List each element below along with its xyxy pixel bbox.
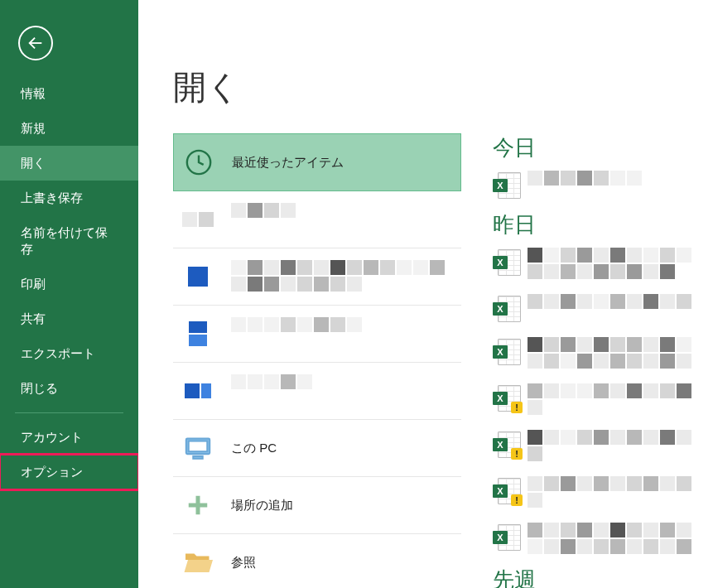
location-redacted-2[interactable] bbox=[173, 248, 461, 306]
clock-icon bbox=[182, 146, 215, 179]
redacted-text bbox=[231, 374, 312, 389]
open-locations: 最近使ったアイテム bbox=[173, 133, 461, 588]
redacted-text bbox=[231, 317, 362, 332]
recent-files: 今日 X 昨日 X bbox=[493, 133, 713, 588]
backstage-main: 開く 最近使ったアイテム bbox=[138, 0, 713, 588]
redacted-text bbox=[231, 203, 296, 218]
monitor-icon bbox=[181, 431, 214, 465]
excel-file-icon-warn: X! bbox=[493, 430, 521, 458]
file-item[interactable]: X! bbox=[493, 473, 703, 519]
nav-item-print[interactable]: 印刷 bbox=[0, 267, 138, 301]
page-title: 開く bbox=[173, 65, 713, 110]
location-this-pc[interactable]: この PC bbox=[173, 420, 461, 477]
excel-file-icon-warn: X! bbox=[493, 476, 521, 504]
redacted-filename bbox=[528, 248, 703, 279]
file-item[interactable]: X bbox=[493, 244, 703, 291]
file-item[interactable]: X! bbox=[493, 427, 703, 473]
svg-rect-3 bbox=[189, 441, 208, 452]
nav-item-new[interactable]: 新規 bbox=[0, 111, 138, 146]
location-add-place[interactable]: 場所の追加 bbox=[173, 477, 461, 534]
svg-rect-4 bbox=[193, 456, 202, 459]
file-item[interactable]: X bbox=[493, 334, 703, 380]
nav-item-save-as[interactable]: 名前を付けて保存 bbox=[0, 215, 138, 267]
file-item[interactable]: X bbox=[493, 167, 703, 210]
excel-file-icon-warn: X! bbox=[493, 383, 521, 412]
file-item[interactable]: X! bbox=[493, 380, 703, 427]
redacted-icon bbox=[181, 317, 214, 350]
backstage-sidebar: 情報 新規 開く 上書き保存 名前を付けて保存 印刷 共有 エクスポート 閉じる… bbox=[0, 0, 138, 588]
redacted-filename bbox=[528, 383, 703, 415]
file-item[interactable]: X bbox=[493, 519, 703, 566]
excel-file-icon: X bbox=[493, 171, 521, 199]
nav-item-save[interactable]: 上書き保存 bbox=[0, 181, 138, 215]
backstage-nav: 情報 新規 開く 上書き保存 名前を付けて保存 印刷 共有 エクスポート 閉じる… bbox=[0, 76, 138, 489]
location-redacted-3[interactable] bbox=[173, 306, 461, 363]
group-last-week: 先週 bbox=[493, 566, 703, 588]
group-yesterday: 昨日 bbox=[493, 210, 703, 239]
location-browse[interactable]: 参照 bbox=[173, 534, 461, 588]
location-browse-label: 参照 bbox=[231, 555, 256, 571]
redacted-filename bbox=[528, 430, 703, 461]
folder-open-icon bbox=[181, 546, 214, 579]
location-redacted-4[interactable] bbox=[173, 363, 461, 420]
redacted-icon bbox=[181, 260, 214, 293]
excel-file-icon: X bbox=[493, 248, 521, 276]
nav-item-export[interactable]: エクスポート bbox=[0, 336, 138, 371]
redacted-filename bbox=[528, 476, 703, 508]
location-redacted-1[interactable] bbox=[173, 191, 461, 248]
group-today: 今日 bbox=[493, 133, 703, 162]
location-add-place-label: 場所の追加 bbox=[231, 498, 293, 513]
excel-file-icon: X bbox=[493, 337, 521, 365]
nav-item-share[interactable]: 共有 bbox=[0, 301, 138, 336]
redacted-icon bbox=[181, 203, 214, 236]
plus-icon bbox=[181, 489, 214, 522]
redacted-filename bbox=[528, 337, 703, 369]
redacted-icon bbox=[181, 374, 214, 407]
redacted-text bbox=[231, 260, 453, 292]
arrow-left-icon bbox=[26, 34, 45, 52]
excel-file-icon: X bbox=[493, 523, 521, 551]
location-this-pc-label: この PC bbox=[231, 441, 277, 456]
excel-file-icon: X bbox=[493, 294, 521, 322]
nav-item-close[interactable]: 閉じる bbox=[0, 371, 138, 406]
nav-separator bbox=[15, 412, 123, 413]
location-recent-label: 最近使ったアイテム bbox=[232, 155, 344, 171]
file-item[interactable]: X bbox=[493, 291, 703, 334]
nav-item-account[interactable]: アカウント bbox=[0, 420, 138, 455]
nav-item-open[interactable]: 開く bbox=[0, 146, 138, 181]
redacted-filename bbox=[528, 523, 703, 554]
nav-item-options[interactable]: オプション bbox=[0, 455, 138, 489]
location-recent[interactable]: 最近使ったアイテム bbox=[173, 133, 461, 191]
back-button[interactable] bbox=[18, 26, 53, 60]
nav-item-info[interactable]: 情報 bbox=[0, 76, 138, 111]
redacted-filename bbox=[528, 171, 703, 186]
svg-rect-6 bbox=[189, 504, 208, 508]
redacted-filename bbox=[528, 294, 703, 309]
